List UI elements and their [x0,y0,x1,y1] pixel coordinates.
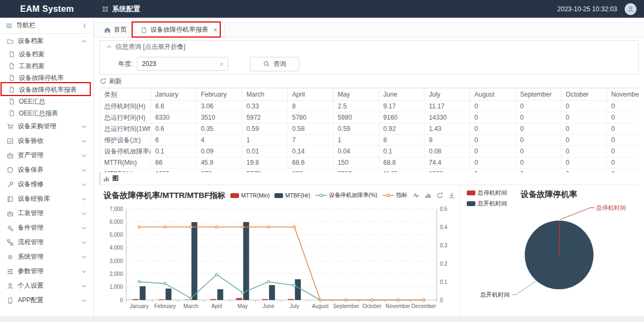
svg-text:0.4: 0.4 [440,224,447,230]
cell: 0 [607,101,639,112]
sidebar-group-label: 设备保养 [18,165,76,174]
close-tab-icon[interactable]: × [213,26,218,34]
cell: 0 [516,135,561,146]
sidebar-group-12[interactable]: 个人设置 [0,279,93,293]
sidebar-group-8[interactable]: 备件管理 [0,221,93,235]
column-header: January [151,89,197,101]
sidebar-item-label: 工装档案 [19,62,45,71]
column-header: May [333,89,379,101]
sidebar-group-label: 设备采购管理 [18,122,76,131]
tab-label: 设备故障停机率报表 [150,25,208,34]
sidebar-group-0[interactable]: 设备档案 [0,34,93,48]
sidebar-group-6[interactable]: 设备经验库 [0,192,93,206]
chevron-down-icon [80,152,87,159]
cell: 0.1 [379,146,424,157]
cell: 19.8 [242,157,287,169]
sidebar-group-3[interactable]: 资产管理 [0,148,93,163]
doc-icon [140,26,147,33]
sidebar-group-1[interactable]: 设备采购管理 [0,119,93,134]
cell: 0 [516,101,561,112]
sidebar-group-label: 设备验收 [18,136,76,145]
svg-text:总停机时间: 总停机时间 [596,204,626,211]
sidebar-item-0-2[interactable]: 设备故障停机率 [0,72,93,84]
download-icon[interactable] [448,192,455,199]
query-panel: 信息查询 [点击展开折叠] 年度: × 查询 [99,40,639,75]
column-header: February [196,89,242,101]
sidebar-group-label: 设备经验库 [18,194,76,203]
cell: 5780 [287,112,333,123]
sidebar-group-4[interactable]: 设备保养 [0,163,93,177]
svg-text:6,000: 6,000 [110,219,123,225]
cell: 0 [607,146,639,157]
tab-home[interactable]: 首页 [97,23,133,37]
cell: 0 [607,123,639,135]
cell: 0 [470,169,516,173]
table-row: 设备停机故障率(%)0.10.090.010.140.040.10.080000… [100,146,639,157]
sidebar-item-0-1[interactable]: 工装档案 [0,60,93,72]
sidebar-item-0-5[interactable]: OEE汇总报表 [0,107,93,119]
cell: 9160 [379,112,424,123]
collapse-sidebar-icon[interactable] [81,22,88,29]
sidebar-group-11[interactable]: 参数管理 [0,264,93,279]
cell: 0 [516,157,561,169]
sidebar-header[interactable]: 导航栏 [0,18,93,34]
cell: 7 [287,135,333,146]
sidebar-item-0-4[interactable]: OEE汇总 [0,96,93,107]
legend-item[interactable]: 指标 [382,192,408,199]
user-avatar[interactable] [625,3,636,15]
year-input[interactable] [142,60,219,68]
chevron-down-icon [80,268,87,275]
column-header: April [287,89,333,101]
sidebar-nav: 设备档案设备档案工装档案设备故障停机率设备故障停机率报表OEE汇总OEE汇总报表… [0,34,93,308]
bar-chart-icon[interactable] [424,192,431,199]
clock-text: 2023-10-25 10:32:03 [558,5,617,13]
sidebar-group-10[interactable]: 系统管理 [0,250,93,264]
svg-text:August: August [312,303,329,309]
sidebar-group-13[interactable]: APP配置 [0,293,93,308]
check-square-icon [6,137,13,144]
legend-item[interactable]: MTBF(Hr) [274,192,310,199]
legend-item[interactable]: 总停机时间 [467,189,507,197]
refresh-icon[interactable] [436,192,443,199]
doc-icon [8,86,15,93]
line-chart-icon[interactable] [413,192,419,199]
svg-text:0.3: 0.3 [440,243,447,248]
cell: 0.09 [196,146,242,157]
shield-icon [6,166,13,173]
svg-text:7,000: 7,000 [110,206,123,212]
cell: 0.59 [242,123,287,135]
sidebar-group-label: 设备档案 [18,36,76,46]
cell: 5972 [242,112,287,123]
sidebar-item-label: 设备档案 [19,50,45,59]
cart-icon [6,123,13,130]
cell: 0 [470,123,516,135]
tab-chart[interactable]: 图 [99,172,639,185]
legend-item[interactable]: 设备停机故障率(%) [315,192,378,199]
sidebar-group-label: APP配置 [18,296,76,305]
cell: 68.6 [287,157,333,169]
chevron-down-icon [80,239,87,246]
sidebar-group-label: 系统管理 [18,252,76,261]
cell: 0.01 [242,146,287,157]
row-label: 总停机时间(H) [100,101,151,112]
chevron-down-icon [80,181,87,188]
sidebar-group-7[interactable]: 工装管理 [0,206,93,221]
sidebar-group-9[interactable]: 流程管理 [0,235,93,250]
sidebar-group-5[interactable]: 设备维修 [0,177,93,192]
table-row: 总运行时间(H)63303510597257805980916014330000… [100,112,639,123]
refresh-button[interactable]: 刷新 [99,75,639,87]
cell: 11.17 [424,101,470,112]
query-panel-header[interactable]: 信息查询 [点击展开折叠] [100,41,638,53]
chevron-down-icon [80,137,87,144]
report-table-wrap[interactable]: 类别JanuaryFebruaryMarchAprilMayJuneJulyAu… [99,87,639,172]
cell: 1.43 [424,123,470,135]
search-button[interactable]: 查询 [250,57,299,71]
tab-report[interactable]: 设备故障停机率报表× [133,23,225,37]
sliders-icon [6,268,13,275]
sidebar-item-0-0[interactable]: 设备档案 [0,48,93,60]
clear-input-icon[interactable]: × [220,60,224,68]
legend-item[interactable]: 总开机时间 [467,200,507,208]
sidebar-item-0-3[interactable]: 设备故障停机率报表 [0,84,93,96]
sidebar-group-2[interactable]: 设备验收 [0,134,93,148]
legend-item[interactable]: MTTR(Min) [230,192,270,199]
